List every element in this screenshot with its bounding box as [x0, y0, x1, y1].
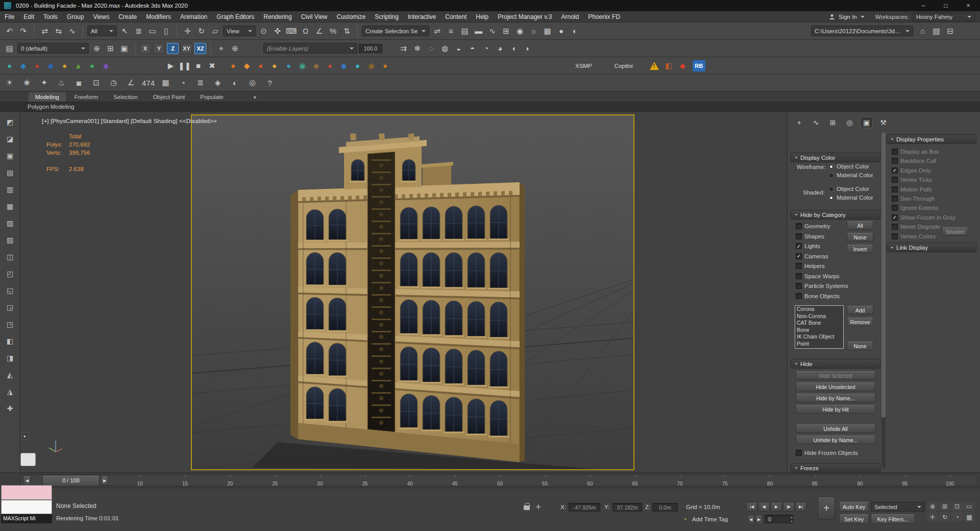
- go-to-start-button[interactable]: |◀: [746, 502, 757, 512]
- project-path-dropdown[interactable]: C:\Users\20122\Documents\3ds Max 2020: [811, 26, 913, 36]
- active-layer-dropdown[interactable]: 0 (default): [17, 43, 89, 54]
- pivot-icon[interactable]: ⌖: [215, 42, 228, 55]
- percent-snap-icon[interactable]: %: [327, 25, 339, 37]
- layer-tool-icon-4[interactable]: ◍: [438, 42, 451, 55]
- plugin-icon-6[interactable]: ▲: [72, 60, 85, 72]
- layer-tool-icon-5[interactable]: ◒: [452, 42, 465, 55]
- rollout-hide-by-category[interactable]: ▾Hide by Category: [791, 210, 880, 220]
- side-tool-icon-4[interactable]: ▤: [4, 166, 17, 179]
- minimize-button[interactable]: –: [920, 2, 927, 9]
- timeline-prev-button[interactable]: ◀: [23, 475, 31, 486]
- side-tool-icon-1[interactable]: ◩: [4, 116, 17, 128]
- snaps-toggle-icon[interactable]: Ω: [299, 25, 312, 37]
- asset-tracking-icon[interactable]: ▧: [930, 25, 943, 37]
- working-pivot-icon[interactable]: ⊕: [229, 42, 241, 55]
- checkbox-hide-frozen-objects[interactable]: [796, 450, 802, 456]
- invert-button[interactable]: Invert: [847, 245, 873, 253]
- select-and-move-icon[interactable]: ✛: [181, 25, 194, 37]
- axis-constraint-x[interactable]: X: [139, 43, 151, 54]
- scrollbar-thumb[interactable]: [881, 132, 886, 418]
- warning-icon[interactable]: !: [650, 62, 659, 70]
- render-production-icon[interactable]: ●: [555, 25, 568, 37]
- select-and-manipulate-icon[interactable]: ✜: [271, 25, 284, 37]
- curve-editor-icon[interactable]: ∿: [486, 25, 499, 37]
- radio-icon[interactable]: [828, 195, 834, 201]
- side-tool-icon-14[interactable]: ◧: [4, 335, 17, 347]
- radio-icon[interactable]: [828, 173, 834, 178]
- workspace-dropdown[interactable]: Hosny Fahmy: [913, 12, 975, 21]
- light-meter-value[interactable]: 474: [142, 77, 155, 89]
- enable-layers-dropdown[interactable]: (Enable Layers): [263, 43, 357, 54]
- menu-civil-view[interactable]: Civil View: [297, 11, 332, 22]
- previous-frame-button[interactable]: ◀|: [758, 502, 770, 512]
- none-button[interactable]: None: [847, 342, 873, 350]
- wireframe-material-color-radio[interactable]: Material Color: [828, 172, 873, 179]
- side-tool-icon-3[interactable]: ▣: [4, 150, 17, 162]
- set-keys-button[interactable]: +: [818, 496, 835, 520]
- open-explorer-icon[interactable]: ⊟: [944, 25, 957, 37]
- tab-modeling[interactable]: Modeling: [29, 92, 66, 102]
- rollout-freeze[interactable]: ▾Freeze: [791, 463, 880, 472]
- render-iterative-icon[interactable]: ◐: [569, 25, 581, 37]
- select-object-icon[interactable]: ↖: [118, 25, 131, 37]
- copitor-button[interactable]: Copitor: [612, 62, 635, 70]
- menu-phoenix-fd[interactable]: Phoenix FD: [583, 11, 625, 22]
- checkbox-helpers[interactable]: [796, 263, 802, 269]
- hide-by-name-button[interactable]: Hide by Name...: [796, 394, 875, 402]
- select-by-name-icon[interactable]: ≣: [132, 25, 145, 37]
- hide-selected-button[interactable]: Hide Selected: [796, 371, 875, 380]
- render-tool-icon-3[interactable]: ●: [254, 60, 267, 72]
- render-tool-icon-5[interactable]: ●: [282, 60, 295, 72]
- plugin-icon-3[interactable]: ●: [31, 60, 43, 72]
- grid-tool-icon[interactable]: ▦: [159, 77, 172, 89]
- render-tool-icon-4[interactable]: ●: [268, 60, 281, 72]
- radio-icon[interactable]: [828, 186, 834, 192]
- zoom-all-icon[interactable]: ⊞: [939, 501, 950, 511]
- field-of-view-icon[interactable]: ◔: [951, 512, 963, 522]
- layer-list-icon[interactable]: ▤: [3, 42, 16, 55]
- checkbox-vertex-colors[interactable]: [892, 233, 898, 239]
- rollout-link-display[interactable]: ▸Link Display: [887, 243, 976, 252]
- tab-object-paint[interactable]: Object Paint: [146, 92, 192, 102]
- checkbox-motion-path[interactable]: [892, 186, 898, 192]
- window-crossing-icon[interactable]: ▯: [160, 25, 173, 37]
- rb-plugin-icon[interactable]: RB: [693, 60, 705, 71]
- checkbox-bone-objects[interactable]: [796, 293, 802, 299]
- daylight-icon[interactable]: ☀: [3, 77, 16, 89]
- menu-graph-editors[interactable]: Graph Editors: [212, 11, 259, 22]
- axis-constraint-y[interactable]: Y: [153, 43, 165, 54]
- side-tool-icon-13[interactable]: ◳: [4, 318, 17, 330]
- render-elements-icon[interactable]: ◧: [663, 60, 675, 72]
- category-item-non-corona[interactable]: Non-Corona: [795, 313, 843, 320]
- checkbox-display-as-box[interactable]: [892, 149, 898, 155]
- maxscript-listener-pane[interactable]: [1, 500, 52, 514]
- layer-tool-icon-6[interactable]: ◓: [466, 42, 479, 55]
- clock-icon[interactable]: ◷: [107, 77, 120, 89]
- maximize-viewport-icon[interactable]: ▦: [964, 512, 975, 522]
- side-tool-icon-7[interactable]: ▧: [4, 217, 17, 229]
- render-tool-icon-2[interactable]: ◆: [240, 60, 253, 72]
- checkbox-see-through[interactable]: [892, 196, 898, 202]
- side-tool-icon-5[interactable]: ▥: [4, 183, 17, 196]
- select-layer-objects-icon[interactable]: ▣: [118, 42, 131, 55]
- close-button[interactable]: ×: [965, 2, 972, 9]
- shaded-object-color-radio[interactable]: Object Color: [828, 185, 869, 192]
- absolute-mode-icon[interactable]: ✛: [536, 503, 541, 511]
- hide-by-hit-button[interactable]: Hide by Hit: [796, 405, 875, 414]
- maxscript-macro-pane[interactable]: [1, 485, 52, 500]
- foliage-icon[interactable]: ❀: [20, 77, 33, 89]
- key-filters-button[interactable]: Key Filters...: [871, 514, 915, 524]
- radio-icon[interactable]: [828, 164, 834, 170]
- checkbox-particle-systems[interactable]: [796, 283, 802, 289]
- previous-key-button[interactable]: ◀: [747, 515, 754, 524]
- checkbox-geometry[interactable]: [796, 223, 802, 229]
- menu-interactive[interactable]: Interactive: [403, 11, 440, 22]
- maximize-button[interactable]: □: [942, 2, 949, 9]
- unhide-all-button[interactable]: Unhide All: [796, 424, 875, 433]
- layer-tool-icon-7[interactable]: ◔: [480, 42, 493, 55]
- hide-unselected-button[interactable]: Hide Unselected: [796, 382, 875, 391]
- spinner-snap-icon[interactable]: ⇅: [340, 25, 353, 37]
- checkbox-never-degrade[interactable]: [892, 224, 898, 230]
- use-pivot-point-icon[interactable]: ⊙: [257, 25, 270, 37]
- menu-file[interactable]: File: [0, 11, 19, 22]
